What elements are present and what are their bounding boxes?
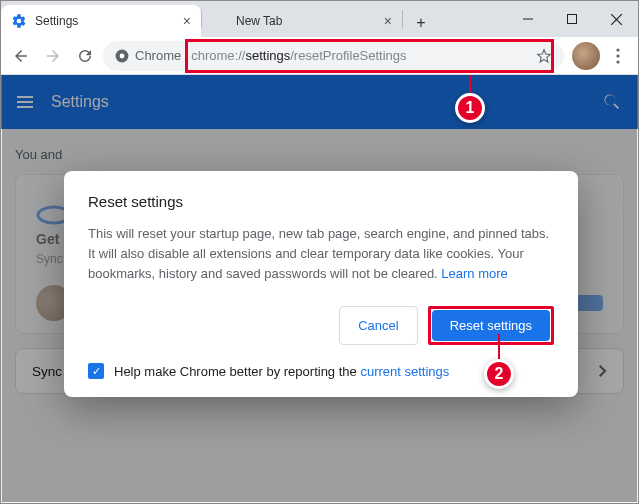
tab-title: New Tab: [236, 14, 282, 28]
site-label: Chrome: [135, 48, 181, 63]
svg-point-6: [616, 48, 619, 51]
window-controls: [506, 1, 638, 37]
dialog-title: Reset settings: [88, 193, 554, 210]
tab-settings[interactable]: Settings ×: [1, 5, 201, 37]
forward-button[interactable]: [39, 42, 67, 70]
bookmark-star-icon[interactable]: [536, 48, 552, 64]
report-checkbox[interactable]: ✓: [88, 363, 104, 379]
dialog-body: This will reset your startup page, new t…: [88, 224, 554, 284]
kebab-menu-icon[interactable]: [604, 42, 632, 70]
reload-button[interactable]: [71, 42, 99, 70]
blank-favicon: [212, 13, 228, 29]
svg-point-8: [616, 60, 619, 63]
close-window-button[interactable]: [594, 1, 638, 37]
minimize-button[interactable]: [506, 1, 550, 37]
annotation-box-2: Reset settings: [428, 306, 554, 345]
dialog-actions: Cancel Reset settings: [88, 306, 554, 345]
omnibox-wrap: Chrome chrome://settings/resetProfileSet…: [103, 41, 564, 71]
annotation-line-2: [498, 334, 500, 362]
close-icon[interactable]: ×: [384, 13, 392, 29]
browser-toolbar: Chrome chrome://settings/resetProfileSet…: [1, 37, 638, 75]
checkbox-label: Help make Chrome better by reporting the…: [114, 364, 449, 379]
maximize-button[interactable]: [550, 1, 594, 37]
reset-settings-button[interactable]: Reset settings: [432, 310, 550, 341]
profile-avatar[interactable]: [572, 42, 600, 70]
close-icon[interactable]: ×: [183, 13, 191, 29]
annotation-1: 1: [455, 93, 485, 123]
svg-rect-1: [568, 15, 577, 24]
url-text: chrome://settings/resetProfileSettings: [191, 48, 406, 63]
titlebar: Settings × New Tab × +: [1, 1, 638, 37]
svg-point-5: [120, 53, 125, 58]
new-tab-button[interactable]: +: [407, 9, 435, 37]
site-chip: Chrome: [115, 48, 181, 63]
learn-more-link[interactable]: Learn more: [441, 266, 507, 281]
gear-icon: [11, 13, 27, 29]
current-settings-link[interactable]: current settings: [360, 364, 449, 379]
tab-separator: [402, 10, 403, 28]
cancel-button[interactable]: Cancel: [339, 306, 417, 345]
tab-new[interactable]: New Tab ×: [202, 5, 402, 37]
back-button[interactable]: [7, 42, 35, 70]
annotation-2: 2: [484, 359, 514, 389]
svg-point-7: [616, 54, 619, 57]
omnibox[interactable]: Chrome chrome://settings/resetProfileSet…: [103, 41, 564, 71]
chrome-icon: [115, 49, 129, 63]
tab-title: Settings: [35, 14, 78, 28]
